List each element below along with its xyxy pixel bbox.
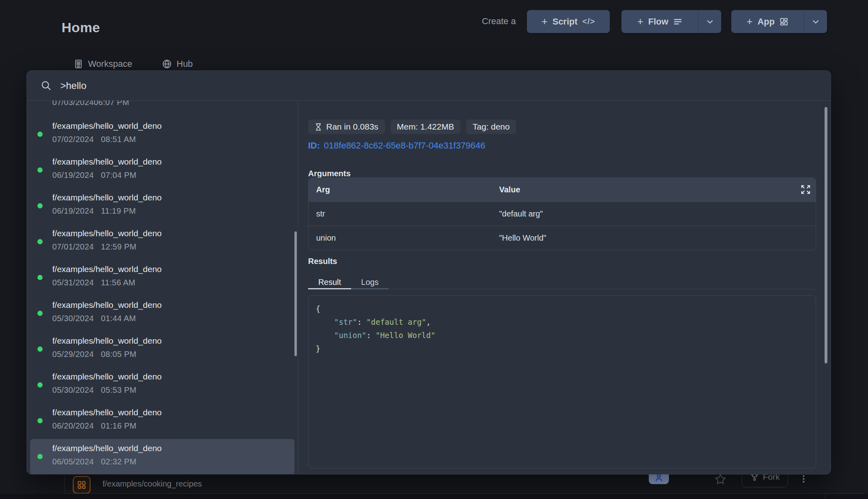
cooking-recipes-path: f/examples/cooking_recipes — [103, 479, 202, 489]
success-status-dot — [37, 275, 43, 280]
run-timestamp: 05/29/202408:05 PM — [52, 349, 136, 359]
page-title: Home — [62, 20, 100, 35]
run-timestamp: 06/19/202411:19 PM — [52, 206, 136, 216]
cooking-recipes-app-icon — [73, 476, 91, 494]
argument-row: str"default arg" — [309, 202, 816, 226]
run-timestamp: 05/31/202411:56 AM — [52, 277, 136, 288]
tag-badge-label: Tag: deno — [473, 122, 510, 132]
duration-badge: Ran in 0.083s — [308, 120, 385, 134]
success-status-dot — [37, 132, 43, 137]
code-line: { — [316, 302, 808, 315]
modal-scrollbar-thumb[interactable] — [825, 107, 827, 363]
create-script-button[interactable]: + Script </> — [527, 10, 610, 33]
success-status-dot — [37, 382, 43, 388]
run-list-partial-item[interactable]: 07/03/202406:07 PM — [52, 101, 129, 107]
tab-result[interactable]: Result — [308, 275, 351, 289]
star-icon[interactable] — [714, 473, 726, 485]
argument-row: union"Hello World" — [309, 226, 816, 250]
run-list-item[interactable]: f/examples/hello_world_deno06/19/202411:… — [30, 188, 294, 224]
run-path: f/examples/hello_world_deno — [52, 443, 162, 454]
arguments-table: Arg Value str"default arg"union"Hello Wo… — [308, 177, 816, 250]
search-input[interactable] — [60, 80, 705, 92]
plus-icon: + — [541, 16, 547, 27]
run-list-item[interactable]: f/examples/hello_world_deno05/30/202401:… — [30, 296, 294, 332]
code-line: } — [316, 342, 808, 355]
results-tabs: Result Logs — [308, 275, 816, 289]
chevron-down-icon — [812, 18, 820, 26]
memory-badge: Mem: 1.422MB — [391, 120, 461, 134]
run-list-item[interactable]: f/examples/hello_world_deno07/02/202408:… — [30, 117, 294, 153]
arguments-section-title: Arguments — [308, 169, 351, 178]
chevron-down-icon — [706, 18, 714, 26]
run-list-scrollbar-thumb[interactable] — [294, 231, 297, 356]
plus-icon: + — [747, 16, 753, 27]
code-line: "str": "default arg", — [316, 315, 808, 329]
run-timestamp: 05/30/202405:53 PM — [52, 385, 136, 395]
run-path: f/examples/hello_world_deno — [52, 228, 162, 239]
run-path: f/examples/hello_world_deno — [52, 264, 162, 274]
run-path: f/examples/hello_world_deno — [52, 157, 162, 167]
create-flow-group: + Flow — [621, 10, 721, 33]
run-path: f/examples/hello_world_deno — [52, 192, 162, 203]
create-label: Create a — [482, 16, 516, 27]
run-list: 07/03/202406:07 PM f/examples/hello_worl… — [27, 101, 298, 474]
arg-column-header: Arg — [316, 178, 330, 202]
flow-dropdown-button[interactable] — [698, 10, 721, 33]
success-status-dot — [37, 454, 43, 459]
tab-hub[interactable]: Hub — [162, 59, 193, 69]
success-status-dot — [37, 418, 43, 423]
modal-body: 07/03/202406:07 PM f/examples/hello_worl… — [27, 101, 831, 474]
flow-button-label: Flow — [648, 16, 668, 27]
duration-badge-label: Ran in 0.083s — [326, 122, 378, 132]
app-grid-icon — [780, 17, 788, 26]
create-app-group: + App — [731, 10, 827, 33]
argument-name: str — [316, 202, 325, 226]
tag-badge: Tag: deno — [466, 120, 516, 134]
expand-icon[interactable] — [800, 184, 811, 195]
tab-logs[interactable]: Logs — [351, 275, 389, 289]
success-status-dot — [37, 311, 43, 316]
run-timestamp: 06/20/202401:16 PM — [52, 421, 136, 431]
script-button-label: Script — [552, 16, 577, 27]
results-section-title: Results — [308, 257, 337, 266]
run-list-item[interactable]: f/examples/hello_world_deno06/05/202402:… — [30, 439, 294, 474]
run-list-item[interactable]: f/examples/hello_world_deno07/01/202412:… — [30, 224, 294, 260]
run-list-item[interactable]: f/examples/hello_world_deno05/30/202405:… — [30, 367, 294, 403]
tab-workspace[interactable]: Workspace — [74, 59, 132, 69]
run-list-item[interactable]: f/examples/hello_world_deno05/29/202408:… — [30, 332, 294, 367]
code-icon: </> — [582, 17, 595, 26]
run-id-label: ID: — [308, 140, 320, 151]
app-dropdown-button[interactable] — [804, 10, 827, 33]
active-tab-underline — [308, 288, 351, 289]
inactive-tab-underline — [351, 288, 389, 289]
run-path: f/examples/hello_world_deno — [52, 407, 162, 418]
layout-grid-icon — [77, 480, 86, 490]
row-left-border — [64, 474, 65, 493]
success-status-dot — [37, 167, 43, 173]
globe-icon — [162, 59, 172, 69]
run-path: f/examples/hello_world_deno — [52, 300, 162, 310]
run-badges: Ran in 0.083s Mem: 1.422MB Tag: deno — [308, 120, 516, 134]
run-timestamp: 07/02/202408:51 AM — [52, 134, 136, 144]
run-list-item[interactable]: f/examples/hello_world_deno06/20/202401:… — [30, 403, 294, 439]
create-flow-button[interactable]: + Flow — [621, 10, 698, 33]
run-list-item[interactable]: f/examples/hello_world_deno06/19/202407:… — [30, 153, 294, 188]
success-status-dot — [37, 203, 43, 208]
argument-value: "Hello World" — [499, 226, 546, 250]
create-script-group: + Script </> — [527, 10, 610, 33]
success-status-dot — [37, 346, 43, 352]
run-list-item[interactable]: f/examples/hello_world_deno05/31/202411:… — [30, 260, 294, 296]
app-button-label: App — [757, 16, 775, 27]
run-timestamp: 07/01/202412:59 PM — [52, 241, 136, 252]
create-app-button[interactable]: + App — [731, 10, 804, 33]
tab-workspace-label: Workspace — [88, 59, 132, 69]
argument-name: union — [316, 226, 336, 250]
success-status-dot — [37, 239, 43, 244]
building-icon — [74, 59, 83, 69]
search-icon — [41, 80, 51, 91]
run-id-row[interactable]: ID:018fe862-8c62-65e8-b7f7-04e31f379646 — [308, 140, 485, 151]
run-timestamp: 06/19/202407:04 PM — [52, 170, 136, 180]
plus-icon: + — [637, 16, 643, 27]
argument-value: "default arg" — [499, 202, 543, 226]
kebab-menu-icon[interactable] — [798, 473, 809, 485]
